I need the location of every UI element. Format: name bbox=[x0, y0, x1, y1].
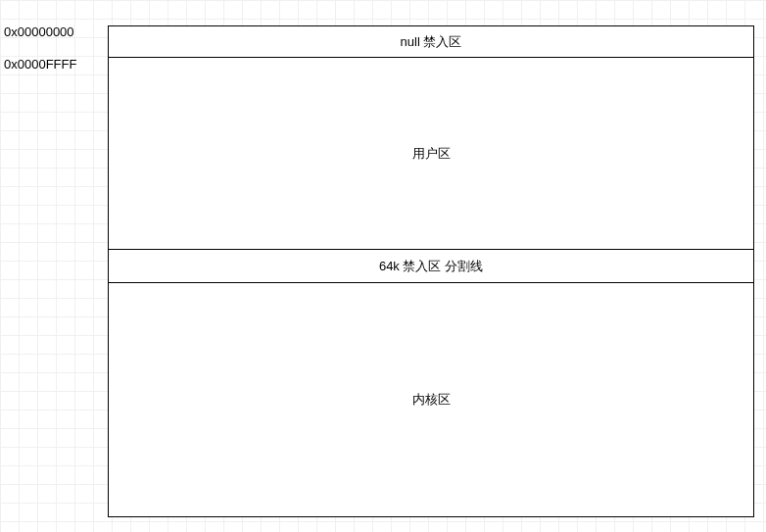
region-user: 用户区 bbox=[109, 58, 753, 250]
region-label: null 禁入区 bbox=[401, 33, 462, 51]
address-label-start: 0x00000000 bbox=[4, 24, 74, 39]
region-label: 用户区 bbox=[412, 145, 451, 163]
region-kernel: 内核区 bbox=[109, 283, 753, 515]
address-label-null-end: 0x0000FFFF bbox=[4, 57, 76, 72]
memory-layout-diagram: 0x00000000 0x0000FFFF null 禁入区 用户区 64k 禁… bbox=[0, 0, 766, 532]
memory-map-box: null 禁入区 用户区 64k 禁入区 分割线 内核区 bbox=[108, 25, 754, 517]
region-64k-divider: 64k 禁入区 分割线 bbox=[109, 250, 753, 283]
region-label: 内核区 bbox=[412, 391, 451, 409]
region-null-forbidden: null 禁入区 bbox=[109, 26, 753, 58]
region-label: 64k 禁入区 分割线 bbox=[379, 258, 483, 275]
